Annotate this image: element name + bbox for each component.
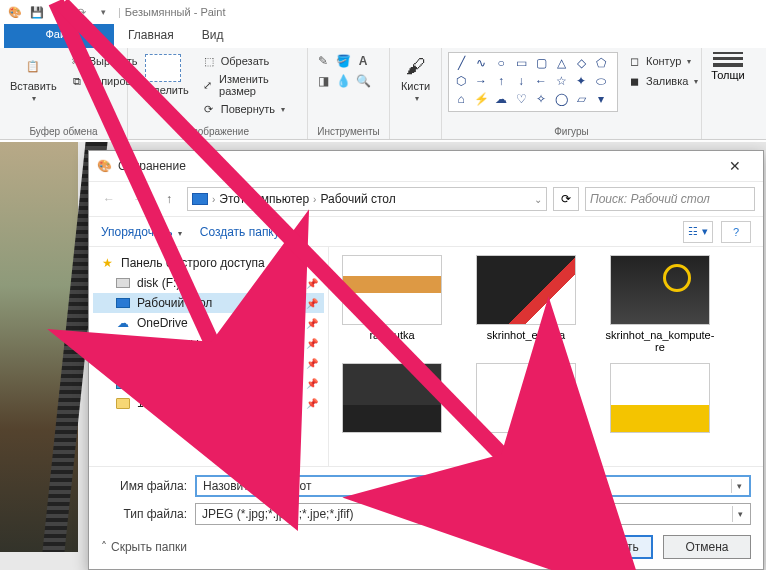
chevron-down-icon[interactable]: ▾: [162, 98, 166, 107]
pin-icon: 📌: [306, 338, 318, 349]
dialog-nav: ← → ↑ › Этот компьютер › Рабочий стол ⌄ …: [89, 181, 763, 217]
tab-home[interactable]: Главная: [114, 24, 188, 48]
file-item[interactable]: [471, 363, 581, 437]
picker-tool[interactable]: 💧: [334, 72, 352, 90]
chevron-down-icon[interactable]: ▾: [732, 506, 748, 522]
tree-pictures[interactable]: Изображения📌: [93, 373, 324, 393]
shape-fill-button[interactable]: ◼Заливка▾: [624, 72, 700, 90]
title-bar: 🎨 💾 ↶ ↷ ▾ | Безымянный - Paint: [0, 0, 766, 24]
cloud-icon: ☁: [115, 316, 131, 330]
redo-icon[interactable]: ↷: [73, 4, 89, 20]
brush-button[interactable]: 🖌 Кисти ▾: [397, 52, 434, 105]
scissors-icon: ✂: [69, 53, 85, 69]
magnifier-tool[interactable]: 🔍: [354, 72, 372, 90]
breadcrumb-root[interactable]: Этот компьютер: [219, 192, 309, 206]
save-button[interactable]: Сохранить: [565, 535, 653, 559]
hide-folders-toggle[interactable]: ˄Скрыть папки: [101, 540, 187, 554]
dialog-bottom: Имя файла: Назовите скриншот▾ Тип файла:…: [89, 466, 763, 569]
thickness-button[interactable]: Толщи: [708, 52, 748, 81]
tree-desktop[interactable]: Рабочий стол📌: [93, 293, 324, 313]
file-item[interactable]: skrinhot_na_kompute­re: [605, 255, 715, 353]
window-title: Безымянный - Paint: [125, 6, 226, 18]
file-name: raskrutka: [369, 329, 414, 341]
file-item[interactable]: [605, 363, 715, 437]
ribbon-tabs: Файл Главная Вид: [0, 24, 766, 48]
pictures-icon: [115, 376, 131, 390]
group-tools-label: Инструменты: [314, 124, 383, 137]
tree-label: Панель быстрого доступа: [121, 256, 265, 270]
breadcrumb-folder[interactable]: Рабочий стол: [320, 192, 395, 206]
qat-customize-icon[interactable]: ▾: [95, 4, 111, 20]
crop-label: Обрезать: [221, 55, 270, 67]
refresh-button[interactable]: ⟳: [553, 187, 579, 211]
monitor-icon: [192, 193, 208, 205]
shape-outline-button[interactable]: ◻Контур▾: [624, 52, 700, 70]
tree-label: disk (F:): [137, 276, 180, 290]
tree-documents[interactable]: Документы📌: [93, 333, 324, 353]
qat-separator: |: [118, 6, 121, 18]
tree-downloads[interactable]: ⬇Загрузки📌: [93, 353, 324, 373]
crop-button[interactable]: ⬚Обрезать: [199, 52, 301, 70]
resize-button[interactable]: ⤢Изменить размер: [199, 72, 301, 98]
dialog-title: Сохранение: [118, 159, 186, 173]
group-brush-label: [396, 135, 435, 137]
file-thumbnail: [476, 363, 576, 433]
rotate-button[interactable]: ⟳Повернуть▾: [199, 100, 301, 118]
drive-icon: [115, 276, 131, 290]
eraser-tool[interactable]: ◨: [314, 72, 332, 90]
address-bar[interactable]: › Этот компьютер › Рабочий стол ⌄: [187, 187, 547, 211]
shapes-gallery[interactable]: ╱∿○▭▢△◇⬠ ⬡→↑↓←☆✦⬭ ⌂⚡☁♡✧◯▱▾: [448, 52, 618, 112]
download-icon: ⬇: [115, 356, 131, 370]
tree-folder-1[interactable]: 1📌: [93, 393, 324, 413]
paste-button[interactable]: 📋 Вставить ▾: [6, 52, 61, 105]
nav-up-button[interactable]: ↑: [157, 187, 181, 211]
cancel-button[interactable]: Отмена: [663, 535, 751, 559]
tree-label: 1: [137, 396, 144, 410]
filename-value: Назовите скриншот: [203, 479, 311, 493]
tab-view[interactable]: Вид: [188, 24, 238, 48]
canvas-image: [0, 142, 78, 552]
view-mode-button[interactable]: ☷ ▾: [683, 221, 713, 243]
chevron-down-icon[interactable]: ▾: [731, 479, 747, 493]
tools-grid: ✎ 🪣 A ◨ 💧 🔍: [314, 52, 372, 90]
nav-forward-button[interactable]: →: [127, 187, 151, 211]
tree-diskf[interactable]: disk (F:)📌: [93, 273, 324, 293]
tree-onedrive[interactable]: ☁OneDrive📌: [93, 313, 324, 333]
search-input[interactable]: Поиск: Рабочий стол: [585, 187, 755, 211]
file-item[interactable]: raskrutka: [337, 255, 447, 353]
fill-tool[interactable]: 🪣: [334, 52, 352, 70]
pin-icon: 📌: [306, 378, 318, 389]
pin-icon: 📌: [306, 358, 318, 369]
select-rect-icon: [145, 54, 181, 82]
filename-label: Имя файла:: [101, 479, 187, 493]
tab-file[interactable]: Файл: [4, 24, 114, 48]
fill-label: Заливка: [646, 75, 688, 87]
filetype-value: JPEG (*.jpg;*.jpeg;*.jpe;*.jfif): [202, 507, 353, 521]
chevron-up-icon: ˄: [101, 540, 107, 554]
filetype-select[interactable]: JPEG (*.jpg;*.jpeg;*.jpe;*.jfif)▾: [195, 503, 751, 525]
tree-quick-access[interactable]: ★Панель быстрого доступа: [93, 253, 324, 273]
select-button[interactable]: Выделить ▾: [134, 52, 193, 109]
save-icon[interactable]: 💾: [29, 4, 45, 20]
organize-button[interactable]: Упорядочить ▾: [101, 225, 182, 239]
file-item[interactable]: skrinhot_ekrana: [471, 255, 581, 353]
new-folder-button[interactable]: Создать папку: [200, 225, 280, 239]
close-icon[interactable]: ✕: [715, 158, 755, 174]
ribbon: 📋 Вставить ▾ ✂Вырезать ⧉Копировать Буфер…: [0, 48, 766, 140]
pencil-tool[interactable]: ✎: [314, 52, 332, 70]
select-label: Выделить: [138, 84, 189, 96]
file-thumbnail: [342, 255, 442, 325]
filename-input[interactable]: Назовите скриншот▾: [195, 475, 751, 497]
pin-icon: 📌: [306, 318, 318, 329]
star-icon: ★: [99, 256, 115, 270]
resize-icon: ⤢: [201, 77, 215, 93]
help-button[interactable]: ?: [721, 221, 751, 243]
chevron-down-icon[interactable]: ⌄: [534, 194, 542, 205]
undo-icon[interactable]: ↶: [51, 4, 67, 20]
file-item[interactable]: [337, 363, 447, 437]
text-tool[interactable]: A: [354, 52, 372, 70]
pin-icon: 📌: [306, 398, 318, 409]
nav-back-button[interactable]: ←: [97, 187, 121, 211]
chevron-down-icon[interactable]: ▾: [32, 94, 36, 103]
chevron-down-icon[interactable]: ▾: [415, 94, 419, 103]
